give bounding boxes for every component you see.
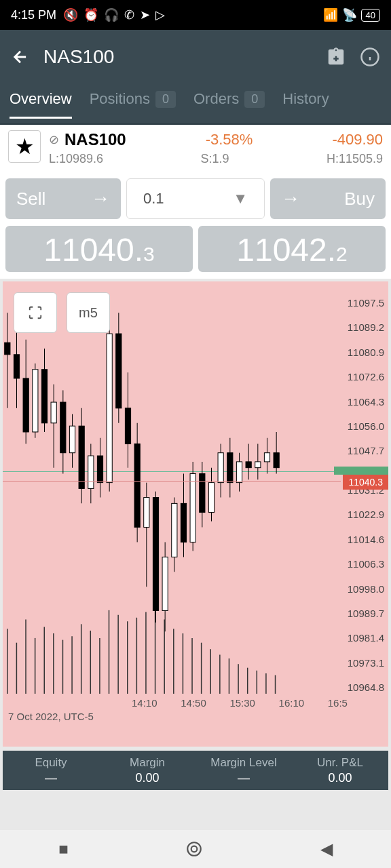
x-axis: 14:1014:5015:3016:1016:5 (3, 697, 388, 709)
svg-rect-48 (208, 483, 214, 513)
svg-rect-44 (190, 473, 196, 542)
svg-rect-4 (5, 342, 10, 355)
tab-positions[interactable]: Positions0 (90, 90, 176, 117)
bid-marker: 11040.3 (343, 475, 388, 490)
buy-button[interactable]: → Buy (270, 178, 386, 219)
svg-rect-26 (107, 334, 112, 483)
svg-point-93 (188, 842, 202, 856)
back-nav-button[interactable]: ◀ (320, 840, 333, 859)
tab-overview[interactable]: Overview (10, 90, 72, 117)
signal-icon: 📶 (323, 7, 338, 22)
svg-rect-52 (227, 453, 233, 483)
margin-col: Margin 0.00 (99, 751, 196, 790)
home-button[interactable] (185, 840, 203, 858)
app-header: NAS100 (0, 30, 391, 84)
svg-rect-32 (134, 444, 140, 528)
svg-rect-24 (97, 456, 103, 483)
headphones-icon: 🎧 (104, 7, 119, 22)
price-quotes: 11040.3 11042.2 (0, 226, 391, 279)
spread-value: S:1.9 (200, 152, 229, 166)
svg-rect-60 (264, 453, 269, 462)
clipboard-add-icon[interactable] (326, 47, 346, 67)
margin-level-col: Margin Level — (196, 751, 292, 790)
whatsapp-icon: ✆ (124, 7, 134, 22)
svg-rect-62 (274, 453, 279, 468)
recent-apps-button[interactable]: ■ (58, 840, 69, 859)
low-value: L:10989.6 (49, 152, 103, 166)
volume-select[interactable]: 0.1 ▼ (126, 178, 265, 219)
battery-icon: 40 (361, 9, 380, 22)
bid-line (3, 481, 341, 482)
tab-history[interactable]: History (282, 90, 329, 117)
tabs: Overview Positions0 Orders0 History (0, 84, 391, 125)
buy-price[interactable]: 11042.2 (198, 226, 386, 272)
upnl-col: Unr. P&L 0.00 (292, 751, 388, 790)
svg-rect-58 (255, 462, 261, 468)
svg-rect-10 (33, 370, 38, 432)
status-icons-left: 🔇 ⏰ 🎧 ✆ ➤ ▷ (63, 7, 165, 22)
y-axis: 11097.511089.211080.911072.611064.311056… (343, 298, 384, 692)
svg-rect-54 (236, 462, 242, 483)
play-icon: ▷ (155, 7, 165, 22)
svg-rect-14 (51, 402, 56, 423)
tab-orders[interactable]: Orders0 (193, 90, 265, 117)
telegram-icon: ➤ (140, 7, 150, 22)
trade-bar: Sell → 0.1 ▼ → Buy (0, 172, 391, 226)
price-change: -409.90 (332, 131, 383, 149)
svg-rect-40 (172, 503, 177, 557)
svg-rect-18 (69, 426, 75, 453)
symbol-name: NAS100 (64, 130, 126, 149)
alarm-icon: ⏰ (83, 7, 98, 22)
svg-rect-50 (218, 453, 223, 483)
status-time: 4:15 PM (11, 8, 56, 22)
android-nav-bar: ■ ◀ (0, 830, 391, 868)
svg-rect-22 (88, 456, 94, 488)
chart-area[interactable]: m5 11097.511089.211080.911072.611064.311… (3, 281, 388, 747)
svg-rect-8 (23, 378, 29, 432)
svg-rect-36 (153, 498, 158, 611)
arrow-right-icon: → (281, 188, 300, 210)
svg-rect-28 (116, 334, 122, 408)
back-button[interactable] (11, 47, 30, 66)
svg-rect-12 (41, 370, 47, 423)
fullscreen-button[interactable] (14, 292, 57, 333)
equity-col: Equity — (3, 751, 99, 790)
wifi-icon: 📡 (342, 7, 357, 22)
status-bar: 4:15 PM 🔇 ⏰ 🎧 ✆ ➤ ▷ 📶 📡 40 (0, 0, 391, 30)
svg-rect-56 (246, 462, 251, 468)
no-trade-icon: ⊘ (49, 132, 59, 147)
candlestick-chart (3, 295, 337, 694)
svg-point-94 (191, 846, 198, 852)
mute-icon: 🔇 (63, 7, 78, 22)
high-value: H:11505.9 (327, 152, 383, 166)
svg-rect-30 (125, 408, 130, 444)
symbol-info-bar: ★ ⊘ NAS100 -3.58% -409.90 L:10989.6 S:1.… (0, 125, 391, 172)
favorite-button[interactable]: ★ (8, 130, 41, 163)
svg-rect-20 (79, 426, 84, 488)
chart-date: 7 Oct 2022, UTC-5 (8, 711, 94, 722)
svg-rect-46 (200, 473, 205, 512)
page-title: NAS100 (43, 46, 312, 68)
timeframe-button[interactable]: m5 (67, 292, 110, 333)
svg-rect-6 (14, 355, 19, 378)
svg-rect-16 (60, 402, 66, 453)
info-icon[interactable] (360, 47, 380, 67)
sell-button[interactable]: Sell → (5, 178, 121, 219)
ask-marker (334, 467, 388, 475)
svg-rect-34 (144, 498, 149, 528)
svg-rect-42 (181, 503, 186, 542)
sell-price[interactable]: 11040.3 (5, 226, 193, 272)
percent-change: -3.58% (206, 131, 253, 149)
svg-rect-38 (162, 557, 168, 610)
chevron-down-icon: ▼ (233, 190, 248, 208)
arrow-right-icon: → (91, 188, 110, 210)
account-summary: Equity — Margin 0.00 Margin Level — Unr.… (3, 751, 388, 790)
